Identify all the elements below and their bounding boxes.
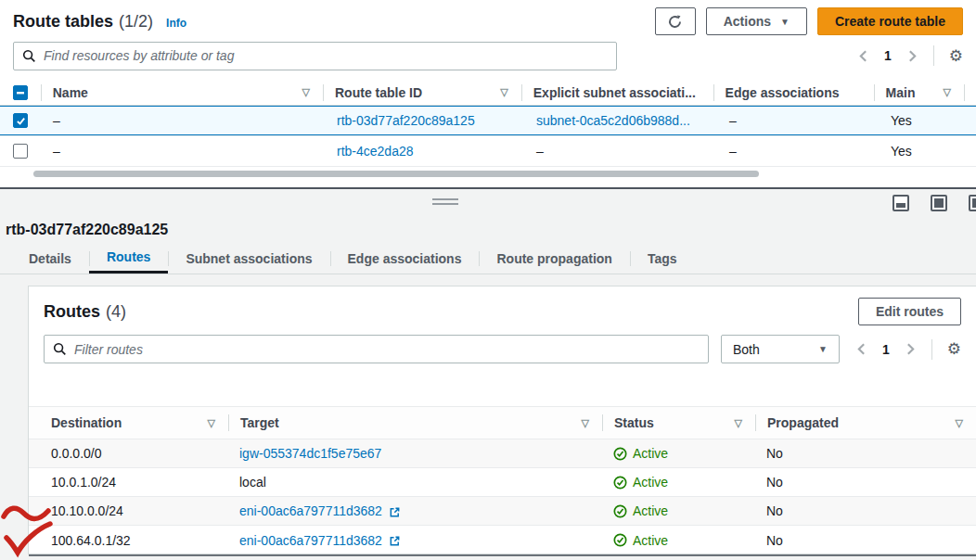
cell-destination: 0.0.0.0/0: [29, 446, 228, 461]
refresh-button[interactable]: [655, 7, 696, 35]
detail-tabs: Details Routes Subnet associations Edge …: [0, 243, 976, 274]
status-badge: Active: [613, 475, 668, 490]
layout-full-panel-icon[interactable]: [931, 195, 947, 211]
column-header-propagated[interactable]: Propagated ▽: [755, 407, 976, 439]
sort-icon[interactable]: ▽: [582, 417, 589, 429]
target-link[interactable]: eni-00ac6a797711d3682: [239, 533, 382, 548]
routes-count: (4): [106, 302, 126, 322]
cell-edge-associations: –: [717, 144, 879, 159]
check-circle-icon: [613, 504, 627, 518]
column-header-main[interactable]: Main ▽: [874, 80, 964, 105]
external-link-icon[interactable]: [389, 506, 401, 518]
column-header-target[interactable]: Target ▽: [228, 407, 602, 439]
tab-tags[interactable]: Tags: [630, 243, 695, 274]
sort-icon[interactable]: ▽: [302, 86, 310, 98]
external-link-icon[interactable]: [389, 535, 401, 547]
tab-route-propagation[interactable]: Route propagation: [479, 243, 629, 274]
sort-icon[interactable]: ▽: [500, 86, 507, 98]
column-header-edge-associations[interactable]: Edge associations: [713, 80, 874, 105]
toolbar-row: 1 ⚙: [13, 41, 963, 70]
route-table-id-link[interactable]: rtb-4ce2da28: [337, 144, 414, 159]
cell-propagated: No: [755, 533, 976, 548]
info-link[interactable]: Info: [166, 17, 186, 30]
next-page-icon[interactable]: [906, 49, 918, 63]
routes-filter-row: Both ▼ 1 ⚙: [44, 335, 961, 363]
tab-details[interactable]: Details: [11, 243, 89, 274]
route-row: 10.10.0.0/24 eni-00ac6a797711d3682 Activ…: [29, 497, 976, 526]
header-row: Route tables (1/2) Info Actions ▼ Create…: [13, 0, 963, 35]
previous-page-icon[interactable]: [857, 49, 869, 63]
page-number[interactable]: 1: [882, 342, 890, 357]
select-all-checkbox[interactable]: [13, 85, 28, 100]
status-badge: Active: [613, 503, 668, 518]
horizontal-scrollbar: [0, 170, 976, 178]
routes-table: Destination ▽ Target ▽ Status ▽ Propagat…: [29, 406, 976, 556]
detail-panel-title: rtb-03d77af220c89a125: [0, 215, 976, 238]
route-row: 10.0.1.0/24 local Active No: [29, 468, 976, 497]
split-drag-handle[interactable]: [432, 198, 458, 208]
routes-pagination: 1 ⚙: [855, 339, 961, 360]
row-checkbox[interactable]: [13, 113, 28, 128]
tab-subnet-associations[interactable]: Subnet associations: [168, 243, 329, 274]
filter-routes-box[interactable]: [44, 335, 709, 363]
row-checkbox[interactable]: [13, 144, 28, 159]
column-header-stub: [964, 80, 976, 105]
column-header-route-table-id[interactable]: Route table ID ▽: [323, 80, 521, 105]
cell-explicit-subnet: –: [524, 144, 717, 159]
sort-icon[interactable]: ▽: [956, 417, 963, 429]
table-row[interactable]: – rtb-03d77af220c89a125 subnet-0ca5c2d06…: [0, 106, 976, 136]
cell-propagated: No: [755, 475, 976, 490]
header-actions: Actions ▼ Create route table: [655, 7, 963, 35]
refresh-icon: [667, 14, 683, 30]
cell-propagated: No: [755, 446, 976, 461]
cell-propagated: No: [755, 503, 976, 518]
create-route-table-button[interactable]: Create route table: [817, 7, 963, 35]
filter-routes-input[interactable]: [74, 342, 700, 357]
detail-panel: rtb-03d77af220c89a125 Details Routes Sub…: [0, 215, 976, 560]
resource-search-input[interactable]: [44, 48, 608, 63]
edit-routes-button[interactable]: Edit routes: [858, 298, 961, 325]
subnet-association-link[interactable]: subnet-0ca5c2d06b988d...: [536, 113, 690, 128]
search-icon: [53, 342, 67, 356]
route-row: 0.0.0.0/0 igw-055374dc1f5e75e67 Active N…: [29, 439, 976, 468]
target-link[interactable]: igw-055374dc1f5e75e67: [239, 446, 381, 461]
previous-page-icon[interactable]: [855, 342, 867, 356]
table-row[interactable]: – rtb-4ce2da28 – – Yes: [0, 136, 976, 167]
page-number[interactable]: 1: [884, 48, 892, 63]
cell-target: local: [228, 475, 602, 490]
cell-edge-associations: –: [717, 113, 879, 128]
routes-card-header: Routes (4) Edit routes: [44, 286, 961, 325]
route-table-id-link[interactable]: rtb-03d77af220c89a125: [337, 113, 475, 128]
split-panel-divider: [0, 187, 976, 215]
column-header-destination[interactable]: Destination ▽: [29, 407, 228, 439]
cell-destination: 10.0.1.0/24: [29, 475, 228, 490]
check-circle-icon: [613, 447, 627, 461]
layout-side-panel-icon[interactable]: [969, 195, 976, 211]
route-filter-select[interactable]: Both ▼: [721, 335, 840, 363]
tab-routes[interactable]: Routes: [89, 243, 168, 274]
scrollbar-thumb[interactable]: [33, 171, 759, 177]
search-icon: [22, 49, 36, 63]
cell-name: –: [41, 113, 325, 128]
sort-icon[interactable]: ▽: [944, 86, 951, 98]
target-link[interactable]: eni-00ac6a797711d3682: [239, 503, 382, 518]
sort-icon[interactable]: ▽: [208, 417, 215, 429]
column-header-explicit-subnet[interactable]: Explicit subnet associati...: [521, 80, 713, 105]
routes-heading: Routes: [44, 302, 100, 322]
page-title: Route tables: [13, 12, 113, 32]
cell-destination: 100.64.0.1/32: [29, 533, 228, 548]
next-page-icon[interactable]: [905, 342, 917, 356]
actions-button[interactable]: Actions ▼: [706, 7, 807, 35]
chevron-down-icon: ▼: [780, 17, 790, 27]
column-header-name[interactable]: Name ▽: [41, 80, 323, 105]
settings-gear-icon[interactable]: ⚙: [949, 48, 963, 64]
settings-gear-icon[interactable]: ⚙: [947, 341, 961, 357]
sort-icon[interactable]: ▽: [735, 417, 742, 429]
layout-bottom-panel-icon[interactable]: [893, 195, 909, 211]
column-header-status[interactable]: Status ▽: [602, 407, 755, 439]
cell-main: Yes: [879, 144, 970, 159]
tab-edge-associations[interactable]: Edge associations: [330, 243, 480, 274]
resource-search-box[interactable]: [13, 42, 617, 70]
panel-layout-controls: [893, 195, 976, 211]
selection-count: (1/2): [119, 12, 153, 32]
